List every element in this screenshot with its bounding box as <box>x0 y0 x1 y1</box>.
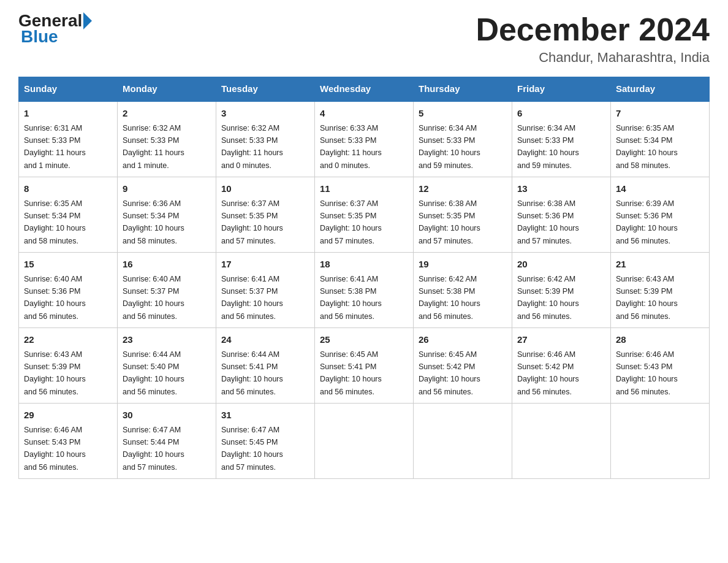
day-info: Sunrise: 6:46 AM Sunset: 5:42 PM Dayligh… <box>517 350 579 396</box>
day-info: Sunrise: 6:35 AM Sunset: 5:34 PM Dayligh… <box>616 124 678 170</box>
calendar-cell: 16Sunrise: 6:40 AM Sunset: 5:37 PM Dayli… <box>118 253 216 328</box>
calendar-cell: 30Sunrise: 6:47 AM Sunset: 5:44 PM Dayli… <box>118 404 216 479</box>
calendar-cell: 20Sunrise: 6:42 AM Sunset: 5:39 PM Dayli… <box>512 253 611 328</box>
day-number: 18 <box>320 258 408 272</box>
calendar-cell: 24Sunrise: 6:44 AM Sunset: 5:41 PM Dayli… <box>216 328 315 404</box>
day-info: Sunrise: 6:32 AM Sunset: 5:33 PM Dayligh… <box>123 124 184 170</box>
day-number: 12 <box>419 182 507 196</box>
calendar-cell <box>315 404 414 479</box>
calendar-cell: 4Sunrise: 6:33 AM Sunset: 5:33 PM Daylig… <box>315 101 414 177</box>
day-number: 1 <box>24 107 112 121</box>
day-number: 5 <box>419 107 507 121</box>
day-info: Sunrise: 6:45 AM Sunset: 5:41 PM Dayligh… <box>320 350 382 396</box>
calendar-cell: 8Sunrise: 6:35 AM Sunset: 5:34 PM Daylig… <box>19 177 118 253</box>
calendar-cell: 15Sunrise: 6:40 AM Sunset: 5:36 PM Dayli… <box>19 253 118 328</box>
calendar-cell: 27Sunrise: 6:46 AM Sunset: 5:42 PM Dayli… <box>512 328 611 404</box>
calendar-cell: 10Sunrise: 6:37 AM Sunset: 5:35 PM Dayli… <box>216 177 315 253</box>
calendar-cell: 14Sunrise: 6:39 AM Sunset: 5:36 PM Dayli… <box>611 177 710 253</box>
day-number: 6 <box>517 107 605 121</box>
header-tuesday: Tuesday <box>216 77 315 101</box>
day-info: Sunrise: 6:41 AM Sunset: 5:37 PM Dayligh… <box>221 275 283 321</box>
calendar-header-row: SundayMondayTuesdayWednesdayThursdayFrid… <box>19 77 710 101</box>
calendar-cell: 29Sunrise: 6:46 AM Sunset: 5:43 PM Dayli… <box>19 404 118 479</box>
day-number: 30 <box>123 408 211 423</box>
calendar-cell: 11Sunrise: 6:37 AM Sunset: 5:35 PM Dayli… <box>315 177 414 253</box>
calendar-cell: 31Sunrise: 6:47 AM Sunset: 5:45 PM Dayli… <box>216 404 315 479</box>
day-info: Sunrise: 6:43 AM Sunset: 5:39 PM Dayligh… <box>24 350 86 396</box>
calendar-cell: 9Sunrise: 6:36 AM Sunset: 5:34 PM Daylig… <box>118 177 216 253</box>
calendar-cell: 26Sunrise: 6:45 AM Sunset: 5:42 PM Dayli… <box>414 328 512 404</box>
calendar-cell: 13Sunrise: 6:38 AM Sunset: 5:36 PM Dayli… <box>512 177 611 253</box>
calendar-cell: 19Sunrise: 6:42 AM Sunset: 5:38 PM Dayli… <box>414 253 512 328</box>
day-info: Sunrise: 6:34 AM Sunset: 5:33 PM Dayligh… <box>517 124 579 170</box>
day-number: 28 <box>616 333 704 347</box>
day-number: 13 <box>517 182 605 196</box>
day-number: 8 <box>24 182 112 196</box>
logo-arrow-icon <box>83 12 92 29</box>
day-number: 23 <box>123 333 211 347</box>
calendar-cell: 1Sunrise: 6:31 AM Sunset: 5:33 PM Daylig… <box>19 101 118 177</box>
day-info: Sunrise: 6:36 AM Sunset: 5:34 PM Dayligh… <box>123 199 184 245</box>
day-number: 29 <box>24 408 112 423</box>
calendar-week-row: 22Sunrise: 6:43 AM Sunset: 5:39 PM Dayli… <box>19 328 710 404</box>
day-number: 2 <box>123 107 211 121</box>
calendar-cell: 3Sunrise: 6:32 AM Sunset: 5:33 PM Daylig… <box>216 101 315 177</box>
day-info: Sunrise: 6:46 AM Sunset: 5:43 PM Dayligh… <box>24 426 86 472</box>
day-number: 9 <box>123 182 211 196</box>
day-info: Sunrise: 6:32 AM Sunset: 5:33 PM Dayligh… <box>221 124 283 170</box>
page-header: General Blue December 2024 Chandur, Maha… <box>18 12 710 66</box>
calendar-cell: 21Sunrise: 6:43 AM Sunset: 5:39 PM Dayli… <box>611 253 710 328</box>
day-number: 4 <box>320 107 408 121</box>
header-monday: Monday <box>118 77 216 101</box>
logo-blue-text: Blue <box>21 27 58 47</box>
day-number: 11 <box>320 182 408 196</box>
day-info: Sunrise: 6:45 AM Sunset: 5:42 PM Dayligh… <box>419 350 480 396</box>
header-saturday: Saturday <box>611 77 710 101</box>
calendar-cell: 6Sunrise: 6:34 AM Sunset: 5:33 PM Daylig… <box>512 101 611 177</box>
header-thursday: Thursday <box>414 77 512 101</box>
day-number: 27 <box>517 333 605 347</box>
day-number: 15 <box>24 258 112 272</box>
day-number: 24 <box>221 333 309 347</box>
calendar-week-row: 15Sunrise: 6:40 AM Sunset: 5:36 PM Dayli… <box>19 253 710 328</box>
day-info: Sunrise: 6:47 AM Sunset: 5:45 PM Dayligh… <box>221 426 283 472</box>
calendar-cell: 23Sunrise: 6:44 AM Sunset: 5:40 PM Dayli… <box>118 328 216 404</box>
header-friday: Friday <box>512 77 611 101</box>
calendar-cell: 18Sunrise: 6:41 AM Sunset: 5:38 PM Dayli… <box>315 253 414 328</box>
header-sunday: Sunday <box>19 77 118 101</box>
day-info: Sunrise: 6:42 AM Sunset: 5:38 PM Dayligh… <box>419 275 480 321</box>
day-number: 31 <box>221 408 309 423</box>
day-number: 3 <box>221 107 309 121</box>
day-info: Sunrise: 6:38 AM Sunset: 5:36 PM Dayligh… <box>517 199 579 245</box>
day-info: Sunrise: 6:43 AM Sunset: 5:39 PM Dayligh… <box>616 275 678 321</box>
day-info: Sunrise: 6:37 AM Sunset: 5:35 PM Dayligh… <box>320 199 382 245</box>
logo: General Blue <box>18 12 93 47</box>
day-info: Sunrise: 6:33 AM Sunset: 5:33 PM Dayligh… <box>320 124 382 170</box>
calendar-cell <box>611 404 710 479</box>
calendar-cell: 28Sunrise: 6:46 AM Sunset: 5:43 PM Dayli… <box>611 328 710 404</box>
title-block: December 2024 Chandur, Maharashtra, Indi… <box>476 12 710 66</box>
day-info: Sunrise: 6:44 AM Sunset: 5:40 PM Dayligh… <box>123 350 184 396</box>
day-info: Sunrise: 6:38 AM Sunset: 5:35 PM Dayligh… <box>419 199 480 245</box>
day-info: Sunrise: 6:35 AM Sunset: 5:34 PM Dayligh… <box>24 199 86 245</box>
calendar-cell: 22Sunrise: 6:43 AM Sunset: 5:39 PM Dayli… <box>19 328 118 404</box>
calendar-cell: 5Sunrise: 6:34 AM Sunset: 5:33 PM Daylig… <box>414 101 512 177</box>
calendar-cell: 12Sunrise: 6:38 AM Sunset: 5:35 PM Dayli… <box>414 177 512 253</box>
day-number: 14 <box>616 182 704 196</box>
day-number: 7 <box>616 107 704 121</box>
day-number: 20 <box>517 258 605 272</box>
month-title: December 2024 <box>476 12 710 47</box>
day-info: Sunrise: 6:37 AM Sunset: 5:35 PM Dayligh… <box>221 199 283 245</box>
calendar-cell: 25Sunrise: 6:45 AM Sunset: 5:41 PM Dayli… <box>315 328 414 404</box>
location-subtitle: Chandur, Maharashtra, India <box>476 50 710 66</box>
day-info: Sunrise: 6:47 AM Sunset: 5:44 PM Dayligh… <box>123 426 184 472</box>
header-wednesday: Wednesday <box>315 77 414 101</box>
day-info: Sunrise: 6:31 AM Sunset: 5:33 PM Dayligh… <box>24 124 86 170</box>
day-info: Sunrise: 6:41 AM Sunset: 5:38 PM Dayligh… <box>320 275 382 321</box>
day-number: 26 <box>419 333 507 347</box>
day-info: Sunrise: 6:44 AM Sunset: 5:41 PM Dayligh… <box>221 350 283 396</box>
calendar-cell: 7Sunrise: 6:35 AM Sunset: 5:34 PM Daylig… <box>611 101 710 177</box>
day-info: Sunrise: 6:42 AM Sunset: 5:39 PM Dayligh… <box>517 275 579 321</box>
calendar-cell <box>512 404 611 479</box>
day-info: Sunrise: 6:34 AM Sunset: 5:33 PM Dayligh… <box>419 124 480 170</box>
